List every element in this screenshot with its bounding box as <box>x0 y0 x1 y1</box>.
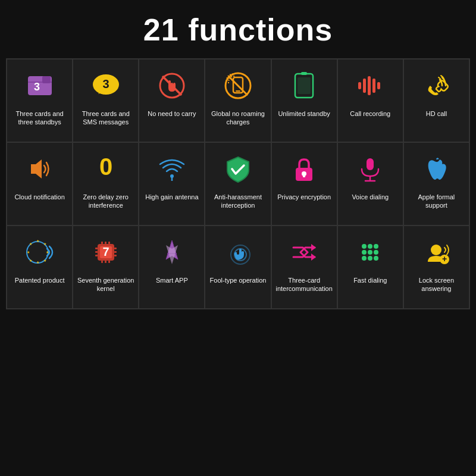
svg-text:★: ★ <box>26 250 29 254</box>
cell-call-recording: Call recording <box>337 59 403 142</box>
svg-rect-51 <box>108 242 110 244</box>
svg-marker-21 <box>31 159 42 178</box>
page-title: 21 functions <box>143 6 333 58</box>
label-hd-call: HD call <box>426 109 447 118</box>
functions-grid: 3 Three cards and three standbys 3 Three… <box>6 58 470 309</box>
icon-call-recording <box>355 68 385 104</box>
svg-text:3: 3 <box>34 81 40 93</box>
cell-seventh-gen: 7 Seventh generation kernel <box>73 226 139 309</box>
cell-unlimited-standby: Unlimited standby <box>271 59 337 142</box>
label-fast-dialing: Fast dialing <box>353 276 387 284</box>
svg-point-66 <box>362 256 367 261</box>
cell-apple-support: Apple formal support <box>403 142 469 226</box>
icon-no-need-carry <box>158 68 186 104</box>
icon-fool-type <box>224 234 252 270</box>
svg-rect-44 <box>95 251 98 253</box>
icon-privacy-encryption <box>290 151 318 187</box>
cell-smart-app: Smart APP <box>139 226 205 309</box>
svg-rect-17 <box>363 79 366 93</box>
label-three-card-inter: Three-card intercommunication <box>274 276 334 293</box>
label-three-cards-standbys: Three cards and three standbys <box>10 109 70 127</box>
cell-cloud-notification: Cloud notification <box>7 142 73 226</box>
icon-three-card-inter <box>290 234 318 270</box>
icon-global-no-roaming <box>224 68 252 104</box>
svg-rect-15 <box>298 77 311 94</box>
svg-rect-16 <box>358 82 361 89</box>
cell-voice-dialing: Voice dialing <box>337 142 403 226</box>
svg-rect-18 <box>368 76 371 95</box>
label-three-cards-sms: Three cards and SMS messages <box>76 109 136 127</box>
icon-seventh-gen: 7 <box>92 234 120 270</box>
cell-privacy-encryption: Privacy encryption <box>271 142 337 226</box>
svg-rect-27 <box>303 174 305 177</box>
label-voice-dialing: Voice dialing <box>352 193 389 201</box>
main-container: 21 functions 3 Three cards and three sta… <box>0 0 476 476</box>
svg-rect-54 <box>108 261 110 263</box>
svg-point-62 <box>374 244 378 249</box>
icon-anti-harassment <box>224 151 252 187</box>
svg-text:0: 0 <box>99 154 112 180</box>
cell-global-no-roaming: Global no roaming charges <box>205 59 271 142</box>
label-high-gain-antenna: High gain antenna <box>145 193 198 201</box>
svg-rect-14 <box>301 72 307 75</box>
icon-zero-delay: 0 <box>92 151 120 187</box>
cell-hd-call: HD call <box>403 59 469 142</box>
icon-unlimited-standby <box>293 68 315 104</box>
cell-fast-dialing: Fast dialing <box>337 226 403 309</box>
cell-high-gain-antenna: High gain antenna <box>139 142 205 226</box>
icon-patented-product: ★ ★ ★ ★ ★ ★ ★ ★ <box>24 234 55 270</box>
cell-fool-type: Fool-type operation <box>205 226 271 309</box>
label-anti-harassment: Anti-harassment interception <box>208 193 268 210</box>
icon-lock-screen: + <box>422 234 450 270</box>
icon-three-cards-standbys: 3 <box>26 68 54 104</box>
svg-rect-19 <box>372 79 375 93</box>
svg-text:★: ★ <box>29 259 32 262</box>
svg-text:★: ★ <box>45 250 48 254</box>
label-apple-support: Apple formal support <box>406 193 466 210</box>
label-smart-app: Smart APP <box>156 276 188 284</box>
svg-rect-49 <box>101 242 103 244</box>
svg-text:★: ★ <box>29 242 32 246</box>
label-unlimited-standby: Unlimited standby <box>278 109 330 118</box>
label-zero-delay: Zero delay zero interference <box>76 193 136 210</box>
svg-point-67 <box>368 256 372 261</box>
icon-voice-dialing <box>356 151 384 187</box>
cell-no-need-carry: No need to carry <box>139 59 205 142</box>
svg-rect-46 <box>114 248 117 249</box>
cell-three-cards-sms: 3 Three cards and SMS messages <box>73 59 139 142</box>
icon-three-cards-sms: 3 <box>91 68 121 104</box>
svg-point-63 <box>362 250 367 255</box>
label-privacy-encryption: Privacy encryption <box>277 193 331 201</box>
label-patented-product: Patented product <box>15 276 65 284</box>
label-no-need-carry: No need to carry <box>148 109 196 118</box>
label-global-no-roaming: Global no roaming charges <box>208 109 268 127</box>
svg-text:★: ★ <box>36 261 39 264</box>
label-fool-type: Fool-type operation <box>210 276 267 284</box>
icon-apple-support <box>422 151 450 187</box>
svg-rect-20 <box>377 82 380 89</box>
svg-rect-52 <box>101 261 103 263</box>
cell-anti-harassment: Anti-harassment interception <box>205 142 271 226</box>
svg-point-60 <box>362 244 367 249</box>
label-seventh-gen: Seventh generation kernel <box>76 276 136 293</box>
svg-text:★: ★ <box>36 239 39 243</box>
svg-text:+: + <box>442 254 447 264</box>
svg-rect-10 <box>236 90 240 92</box>
svg-text:7: 7 <box>102 245 109 258</box>
svg-marker-59 <box>311 253 316 261</box>
cell-lock-screen: + Lock screen answering <box>403 226 469 309</box>
label-call-recording: Call recording <box>350 109 390 118</box>
svg-rect-43 <box>95 248 98 249</box>
svg-rect-45 <box>95 255 98 256</box>
label-lock-screen: Lock screen answering <box>406 276 466 293</box>
svg-rect-28 <box>367 158 374 170</box>
label-cloud-notification: Cloud notification <box>14 193 64 201</box>
cell-three-card-inter: Three-card intercommunication <box>271 226 337 309</box>
svg-rect-48 <box>114 255 117 256</box>
cell-zero-delay: 0 Zero delay zero interference <box>73 142 139 226</box>
svg-text:3: 3 <box>102 77 109 90</box>
icon-fast-dialing <box>356 234 384 270</box>
svg-rect-53 <box>105 261 107 263</box>
icon-hd-call <box>422 68 450 104</box>
svg-line-8 <box>162 76 181 95</box>
